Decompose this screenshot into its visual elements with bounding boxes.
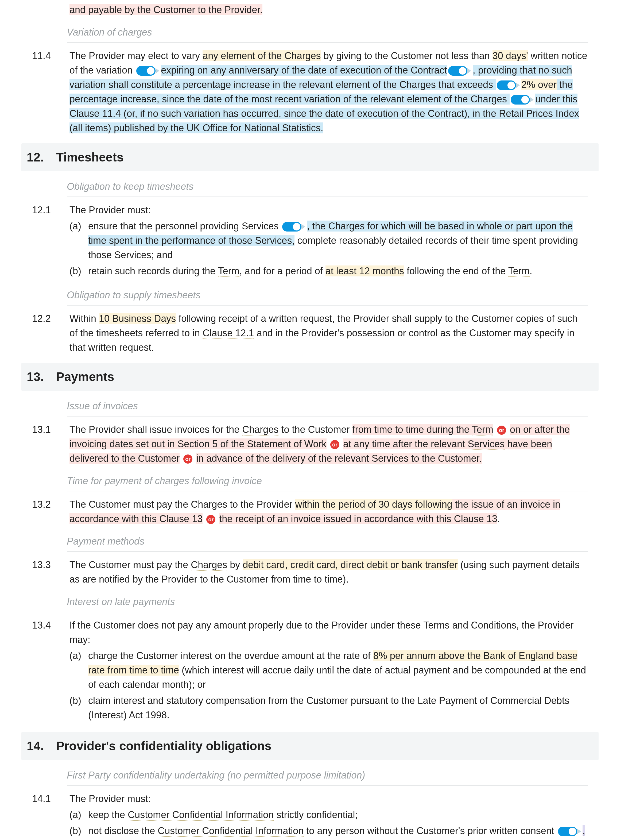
clause-14-1: 14.1 The Provider must: (a) keep the Cus… bbox=[32, 792, 588, 840]
text: . bbox=[530, 265, 532, 276]
text: by bbox=[227, 559, 242, 570]
clause-intro: The Provider must: bbox=[69, 203, 588, 217]
document-page: and payable by the Customer to the Provi… bbox=[0, 3, 636, 840]
section-number: 12. bbox=[27, 148, 56, 167]
text: charge the Customer interest on the over… bbox=[88, 650, 373, 661]
letter-marker: (b) bbox=[69, 264, 88, 278]
or-pill-icon[interactable]: or bbox=[183, 455, 192, 464]
clause-intro: The Provider must: bbox=[69, 792, 588, 806]
clause-13-3: 13.3 The Customer must pay the Charges b… bbox=[32, 558, 588, 587]
letter-marker: (a) bbox=[69, 808, 88, 822]
defined-term[interactable]: Services bbox=[468, 439, 505, 450]
editable-text[interactable]: 2% over bbox=[521, 79, 557, 90]
subheading-supply-timesheets: Obligation to supply timesheets bbox=[32, 288, 588, 309]
text: to the Customer bbox=[279, 424, 352, 435]
clause-11-4: 11.4 The Provider may elect to vary any … bbox=[32, 49, 588, 135]
letter-marker: (b) bbox=[69, 824, 88, 840]
defined-term[interactable]: Term bbox=[508, 265, 530, 277]
subheading-issue-invoices: Issue of invoices bbox=[32, 399, 588, 420]
optional-text: (or, if no such variation has occurred, … bbox=[69, 108, 579, 133]
text: keep the bbox=[88, 809, 128, 820]
clause-intro: If the Customer does not pay any amount … bbox=[69, 618, 588, 647]
editable-text[interactable]: 10 Business Days bbox=[99, 313, 176, 324]
clause-13-4: 13.4 If the Customer does not pay any am… bbox=[32, 618, 588, 724]
alt-text: at any time after the relevant bbox=[343, 439, 468, 449]
text: not disclose the bbox=[88, 825, 157, 836]
clause-14-1-a: (a) keep the Customer Confidential Infor… bbox=[69, 808, 588, 822]
toggle-icon[interactable] bbox=[497, 81, 516, 90]
clause-13-4-b: (b) claim interest and statutory compens… bbox=[69, 693, 588, 722]
text: retain such records during the bbox=[88, 265, 218, 276]
toggle-tail-icon bbox=[530, 97, 534, 103]
clause-number: 13.4 bbox=[32, 618, 69, 724]
defined-term[interactable]: Services bbox=[372, 453, 409, 464]
text: to the Provider bbox=[227, 499, 295, 510]
text: The Customer must pay the bbox=[69, 499, 191, 510]
defined-term[interactable]: Charges bbox=[191, 499, 227, 510]
section-14-header: 14. Provider's confidentiality obligatio… bbox=[21, 732, 598, 760]
toggle-tail-icon bbox=[516, 83, 520, 88]
defined-term[interactable]: Charges bbox=[191, 559, 227, 571]
text: to any person without the Customer's pri… bbox=[304, 825, 557, 836]
clause-12-1-a: (a) ensure that the personnel providing … bbox=[69, 219, 588, 262]
clause-12-1: 12.1 The Provider must: (a) ensure that … bbox=[32, 203, 588, 280]
defined-term[interactable]: Term bbox=[218, 265, 239, 277]
toggle-icon[interactable] bbox=[558, 827, 577, 836]
toggle-tail-icon bbox=[301, 224, 305, 229]
clause-number: 13.3 bbox=[32, 558, 69, 587]
subheading-interest-late: Interest on late payments bbox=[32, 595, 588, 616]
letter-marker: (a) bbox=[69, 219, 88, 262]
clause-13-1: 13.1 The Provider shall issue invoices f… bbox=[32, 422, 588, 466]
clause-12-1-b: (b) retain such records during the Term,… bbox=[69, 264, 588, 278]
subheading-variation-of-charges: Variation of charges bbox=[32, 25, 588, 46]
text: claim interest and statutory compensatio… bbox=[88, 693, 588, 722]
or-pill-icon[interactable]: or bbox=[497, 426, 506, 435]
section-title: Payments bbox=[56, 368, 114, 386]
clause-number: 12.1 bbox=[32, 203, 69, 280]
defined-term[interactable]: Clause 12.1 bbox=[203, 327, 254, 339]
section-title: Provider's confidentiality obligations bbox=[56, 737, 271, 755]
text: strictly confidential; bbox=[274, 809, 357, 820]
toggle-icon[interactable] bbox=[511, 95, 530, 104]
defined-term[interactable]: Term bbox=[472, 424, 493, 436]
clause-number: 12.2 bbox=[32, 311, 69, 355]
toggle-icon[interactable] bbox=[448, 66, 468, 76]
toggle-tail-icon bbox=[468, 68, 471, 74]
subheading-time-for-payment: Time for payment of charges following in… bbox=[32, 474, 588, 494]
text: Within bbox=[69, 313, 99, 324]
clause-12-2: 12.2 Within 10 Business Days following r… bbox=[32, 311, 588, 355]
editable-text[interactable]: 30 days' bbox=[493, 50, 528, 61]
clause-13-2: 13.2 The Customer must pay the Charges t… bbox=[32, 497, 588, 526]
editable-text[interactable]: within the period of 30 days following bbox=[295, 499, 452, 510]
defined-term[interactable]: Customer Confidential Information bbox=[128, 809, 274, 821]
clause-11-tail: and payable by the Customer to the Provi… bbox=[32, 3, 588, 17]
toggle-tail-icon bbox=[156, 68, 159, 74]
section-12-header: 12. Timesheets bbox=[21, 143, 598, 171]
text: and payable by the Customer to the Provi… bbox=[69, 4, 263, 15]
clause-number: 11.4 bbox=[32, 49, 69, 135]
text: following the end of the bbox=[404, 265, 508, 276]
subheading-keep-timesheets: Obligation to keep timesheets bbox=[32, 179, 588, 200]
clause-number: 14.1 bbox=[32, 792, 69, 840]
defined-term[interactable]: Customer Confidential Information bbox=[157, 825, 304, 837]
clause-14-1-b: (b) not disclose the Customer Confidenti… bbox=[69, 824, 588, 840]
toggle-tail-icon bbox=[577, 829, 581, 834]
clause-number: 13.1 bbox=[32, 422, 69, 466]
text: . bbox=[497, 513, 500, 524]
toggle-icon[interactable] bbox=[282, 222, 301, 232]
alt-text: the receipt of an invoice issued in acco… bbox=[219, 513, 497, 524]
or-pill-icon[interactable]: or bbox=[330, 440, 339, 449]
optional-text: expiring on any anniversary of the date … bbox=[161, 65, 447, 76]
subheading-payment-methods: Payment methods bbox=[32, 534, 588, 555]
editable-text[interactable]: any element of the Charges bbox=[203, 50, 321, 61]
text: The Provider shall issue invoices for th… bbox=[69, 424, 242, 435]
toggle-icon[interactable] bbox=[136, 66, 156, 76]
defined-term[interactable]: Charges bbox=[242, 424, 279, 436]
section-title: Timesheets bbox=[56, 148, 123, 167]
clause-number: 13.2 bbox=[32, 497, 69, 526]
section-number: 14. bbox=[27, 737, 56, 755]
text: , and for a period of bbox=[239, 265, 326, 276]
editable-text[interactable]: at least 12 months bbox=[326, 265, 404, 276]
or-pill-icon[interactable]: or bbox=[206, 515, 216, 524]
editable-text[interactable]: debit card, credit card, direct debit or… bbox=[242, 559, 458, 570]
